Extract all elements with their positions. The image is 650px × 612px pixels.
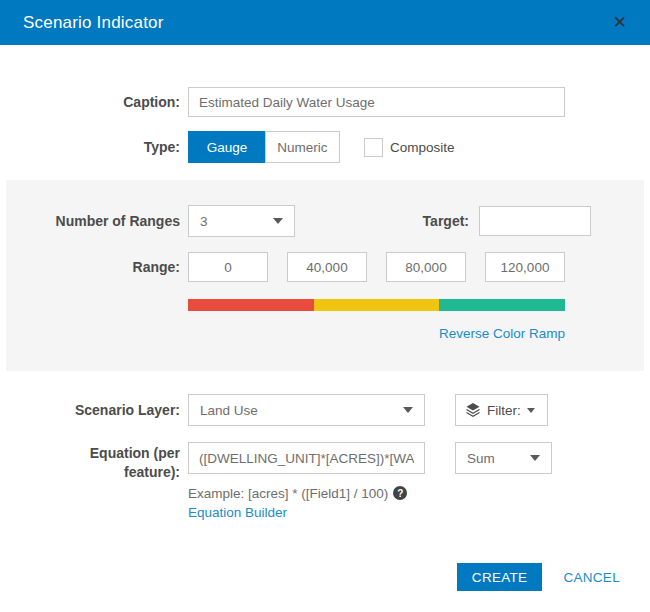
type-segmented-control: Gauge Numeric (188, 131, 340, 163)
color-ramp (188, 299, 565, 311)
scenario-layer-value: Land Use (200, 403, 258, 418)
range-input-1[interactable] (188, 252, 268, 282)
dialog-title: Scenario Indicator (23, 13, 164, 33)
range-row: Range: (6, 252, 644, 282)
equation-builder-link[interactable]: Equation Builder (188, 505, 287, 520)
range-label: Range: (6, 259, 180, 275)
layers-icon (465, 402, 481, 418)
number-of-ranges-label: Number of Ranges (6, 213, 180, 229)
help-icon[interactable]: ? (393, 486, 407, 500)
equation-example-row: Example: [acres] * ([Field1] / 100) ? (0, 486, 650, 501)
target-label: Target: (295, 213, 469, 229)
chevron-down-icon (527, 408, 535, 413)
chevron-down-icon (530, 455, 540, 461)
caption-input[interactable] (188, 87, 565, 117)
scenario-layer-label: Scenario Layer: (0, 402, 180, 418)
range-input-4[interactable] (485, 252, 565, 282)
color-ramp-segment-red (188, 299, 314, 311)
type-row: Type: Gauge Numeric Composite (0, 131, 650, 163)
equation-row: Equation (per feature): Sum (0, 442, 650, 482)
equation-example: Example: [acres] * ([Field1] / 100) ? (188, 486, 407, 501)
equation-builder-row: Equation Builder (0, 505, 650, 520)
create-button[interactable]: CREATE (457, 563, 543, 591)
scenario-layer-dropdown[interactable]: Land Use (188, 394, 425, 426)
scenario-layer-row: Scenario Layer: Land Use Filter: (0, 394, 650, 426)
composite-label: Composite (390, 140, 455, 155)
number-of-ranges-dropdown[interactable]: 3 (188, 205, 295, 237)
range-input-2[interactable] (287, 252, 367, 282)
chevron-down-icon (273, 218, 283, 224)
dialog-footer: CREATE CANCEL (457, 563, 620, 591)
close-icon[interactable]: ✕ (613, 14, 627, 31)
type-option-numeric[interactable]: Numeric (265, 131, 340, 163)
filter-button[interactable]: Filter: (455, 394, 548, 426)
composite-checkbox[interactable] (364, 138, 383, 157)
caption-row: Caption: (0, 87, 650, 117)
scenario-indicator-dialog: Scenario Indicator ✕ Caption: Type: Gaug… (0, 0, 650, 612)
filter-label: Filter: (487, 403, 521, 418)
color-ramp-segment-green (439, 299, 565, 311)
equation-input[interactable] (188, 442, 425, 474)
caption-label: Caption: (0, 94, 180, 110)
chevron-down-icon (403, 407, 413, 413)
ranges-panel: Number of Ranges 3 Target: Range: Revers… (6, 180, 644, 371)
aggregate-dropdown[interactable]: Sum (455, 442, 552, 474)
type-option-gauge[interactable]: Gauge (188, 131, 265, 163)
reverse-color-ramp-link[interactable]: Reverse Color Ramp (439, 326, 565, 341)
cancel-button[interactable]: CANCEL (563, 570, 620, 585)
aggregate-value: Sum (467, 451, 495, 466)
equation-example-text: Example: [acres] * ([Field1] / 100) (188, 486, 388, 501)
dialog-header: Scenario Indicator ✕ (0, 0, 650, 45)
target-input[interactable] (479, 206, 591, 236)
number-of-ranges-value: 3 (200, 214, 208, 229)
type-label: Type: (0, 139, 180, 155)
equation-label: Equation (per feature): (0, 442, 180, 482)
number-of-ranges-row: Number of Ranges 3 Target: (6, 205, 644, 237)
color-ramp-segment-yellow (314, 299, 440, 311)
reverse-color-ramp-row: Reverse Color Ramp (6, 324, 565, 342)
range-input-3[interactable] (386, 252, 466, 282)
